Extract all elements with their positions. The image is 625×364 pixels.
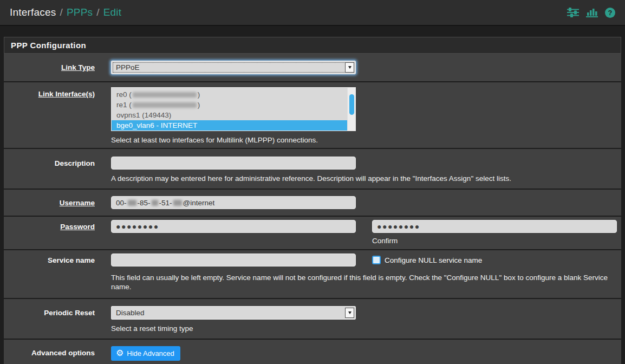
breadcrumb-separator: /: [96, 6, 99, 18]
list-item[interactable]: re1 (): [112, 100, 347, 110]
configure-null-checkbox[interactable]: [372, 256, 381, 264]
service-name-input[interactable]: [111, 253, 356, 266]
chevron-down-icon[interactable]: [345, 62, 354, 73]
link-type-label: Link Type: [4, 61, 111, 74]
username-label: Username: [4, 196, 111, 209]
row-password: Password ●●●●●●●● ●●●●●●●● Confirm: [4, 216, 621, 249]
breadcrumb-ppps[interactable]: PPPs: [67, 6, 93, 18]
description-input[interactable]: [111, 157, 356, 170]
gear-icon: ⚙: [116, 349, 123, 358]
top-navbar: Interfaces/PPPs/Edit: [0, 0, 625, 26]
main-content: PPP Configuration Link Type PPPoE Link I…: [0, 26, 625, 364]
panel-title: PPP Configuration: [4, 37, 621, 54]
breadcrumb: Interfaces/PPPs/Edit: [10, 6, 121, 18]
ppp-configuration-panel: PPP Configuration Link Type PPPoE Link I…: [4, 37, 621, 364]
periodic-reset-selected-value: Disabled: [112, 309, 345, 317]
link-interfaces-help: Select at least two interfaces for Multi…: [111, 135, 616, 145]
hide-advanced-button[interactable]: ⚙ Hide Advanced: [111, 346, 180, 361]
redacted-text: [173, 200, 182, 206]
username-input[interactable]: 00--85--51-@internet: [111, 196, 356, 209]
periodic-reset-label: Periodic Reset: [4, 306, 111, 333]
link-interfaces-options: re0 ()re1 ()ovpns1 (149443)bge0_vlan6 - …: [112, 88, 347, 131]
service-name-help: This field can usually be left empty. Se…: [111, 273, 617, 291]
row-advanced-options: Advanced options ⚙ Hide Advanced: [4, 339, 621, 364]
listbox-scrollbar[interactable]: [347, 88, 355, 131]
redacted-text: [128, 200, 136, 206]
hide-advanced-button-label: Hide Advanced: [127, 349, 174, 358]
password-confirm-input[interactable]: ●●●●●●●●: [372, 220, 617, 233]
password-label: Password: [4, 220, 111, 245]
password-confirm-label: Confirm: [372, 237, 617, 245]
scrollbar-thumb[interactable]: [349, 94, 354, 115]
breadcrumb-separator: /: [60, 6, 62, 18]
row-periodic-reset: Periodic Reset Disabled Select a reset t…: [4, 298, 621, 339]
list-item[interactable]: re0 (): [112, 89, 347, 100]
redacted-text: [133, 92, 197, 98]
row-description: Description A description may be entered…: [4, 148, 621, 188]
sliders-icon[interactable]: [567, 8, 579, 17]
service-name-label: Service name: [4, 253, 111, 291]
periodic-reset-help: Select a reset timing type: [111, 324, 616, 333]
description-label: Description: [4, 157, 111, 183]
configure-null-label: Configure NULL service name: [385, 256, 482, 264]
link-type-selected-value: PPPoE: [112, 63, 345, 72]
redacted-text: [152, 200, 158, 206]
navbar-icons: ?: [567, 8, 615, 18]
password-input[interactable]: ●●●●●●●●: [111, 220, 356, 233]
row-link-interfaces: Link Interface(s) re0 ()re1 ()ovpns1 (14…: [4, 81, 621, 148]
list-item[interactable]: bge0_vlan6 - INTERNET: [112, 120, 347, 131]
form-rows: Link Type PPPoE Link Interface(s) re0 ()…: [4, 54, 621, 364]
row-service-name: Service name Configure NULL service name: [4, 249, 621, 298]
link-type-select[interactable]: PPPoE: [111, 61, 356, 74]
link-interfaces-label: Link Interface(s): [4, 87, 111, 145]
bar-chart-icon[interactable]: [586, 8, 598, 17]
link-interfaces-listbox[interactable]: re0 ()re1 ()ovpns1 (149443)bge0_vlan6 - …: [111, 87, 356, 131]
help-icon[interactable]: ?: [605, 8, 615, 18]
chevron-down-icon[interactable]: [345, 308, 354, 318]
periodic-reset-select[interactable]: Disabled: [111, 306, 356, 320]
list-item[interactable]: ovpns1 (149443): [112, 110, 347, 120]
description-help: A description may be entered here for ad…: [111, 174, 616, 183]
row-username: Username 00--85--51-@internet: [4, 188, 621, 216]
redacted-text: [133, 102, 197, 108]
row-link-type: Link Type PPPoE: [4, 54, 621, 81]
advanced-options-label: Advanced options: [4, 346, 111, 361]
breadcrumb-interfaces[interactable]: Interfaces: [10, 6, 56, 18]
breadcrumb-edit[interactable]: Edit: [103, 6, 122, 18]
